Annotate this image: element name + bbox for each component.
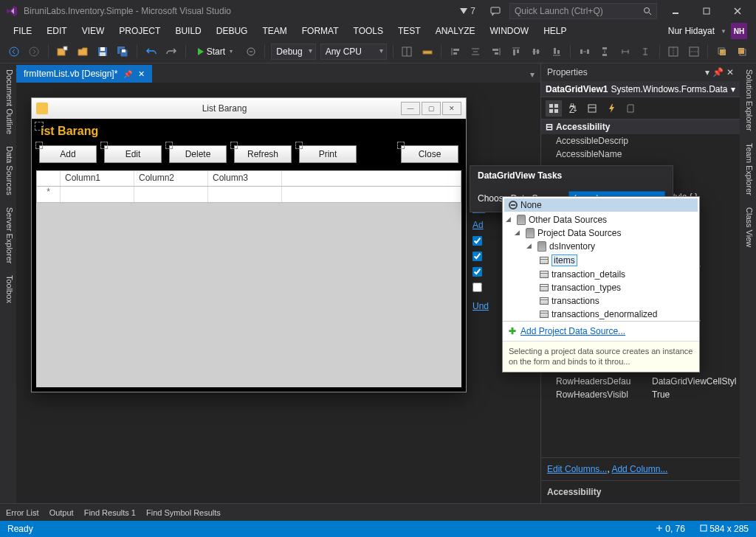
rail-server-explorer[interactable]: Server Explorer bbox=[0, 201, 16, 269]
center-h-icon[interactable] bbox=[666, 44, 681, 60]
rail-data-sources[interactable]: Data Sources bbox=[0, 140, 16, 201]
tab-output[interactable]: Output bbox=[49, 508, 74, 517]
behind-check-1[interactable] bbox=[472, 236, 482, 246]
center-v-icon[interactable] bbox=[686, 44, 701, 60]
start-debug-button[interactable]: Start ▾ bbox=[192, 45, 238, 58]
grid-cell[interactable] bbox=[208, 187, 282, 202]
panel-close-icon[interactable]: ✕ bbox=[726, 67, 734, 77]
feedback-icon[interactable] bbox=[487, 3, 504, 19]
expander-icon[interactable] bbox=[528, 243, 535, 250]
behind-check-2[interactable] bbox=[472, 252, 482, 261]
maximize-button[interactable] bbox=[694, 3, 719, 19]
form-window[interactable]: List Barang — ▢ ✕ ist Barang Add Edit De… bbox=[31, 97, 467, 392]
tab-pin-icon[interactable]: 📌 bbox=[123, 70, 132, 78]
grid-col-1[interactable]: Column1 bbox=[61, 171, 134, 186]
grid-new-row[interactable]: * bbox=[36, 187, 461, 203]
align-bottom-icon[interactable] bbox=[549, 44, 564, 60]
size-h-icon[interactable] bbox=[617, 44, 633, 60]
layout-icon-2[interactable] bbox=[419, 44, 435, 60]
menu-tools[interactable]: TOOLS bbox=[346, 24, 391, 38]
config-combo[interactable]: Debug bbox=[271, 44, 315, 60]
panel-pin-icon[interactable]: 📌 bbox=[712, 67, 724, 77]
property-pages-button[interactable] bbox=[622, 100, 639, 117]
undo-button[interactable] bbox=[143, 44, 159, 60]
behind-check-3[interactable] bbox=[472, 267, 482, 277]
menu-debug[interactable]: DEBUG bbox=[209, 24, 255, 38]
tree-table-transaction-types[interactable]: transaction_types bbox=[503, 281, 699, 294]
expander-icon[interactable] bbox=[516, 230, 523, 237]
tree-none[interactable]: None bbox=[504, 198, 698, 212]
save-button[interactable] bbox=[94, 44, 110, 60]
nav-forward-button[interactable] bbox=[26, 44, 41, 60]
form-close-action-button[interactable]: Close bbox=[401, 145, 458, 163]
quick-launch-input[interactable]: Quick Launch (Ctrl+Q) bbox=[509, 3, 657, 19]
add-button[interactable]: Add bbox=[39, 145, 97, 163]
menu-edit[interactable]: EDIT bbox=[39, 24, 74, 38]
bring-front-icon[interactable] bbox=[714, 44, 729, 60]
form-minimize-button[interactable]: — bbox=[401, 102, 420, 115]
form-maximize-button[interactable]: ▢ bbox=[422, 102, 441, 115]
hspace-icon[interactable] bbox=[577, 44, 592, 60]
add-column-link[interactable]: Add Column... bbox=[611, 464, 667, 474]
object-selector[interactable]: DataGridView1 System.Windows.Forms.Data … bbox=[541, 81, 740, 97]
behind-undo[interactable]: Und bbox=[472, 301, 489, 311]
tree-dataset[interactable]: dsInventory bbox=[503, 240, 699, 253]
grid-body[interactable] bbox=[36, 203, 461, 387]
menu-file[interactable]: FILE bbox=[6, 24, 39, 38]
menu-window[interactable]: WINDOW bbox=[482, 24, 536, 38]
tree-table-transactions[interactable]: transactions bbox=[503, 294, 699, 308]
close-button[interactable] bbox=[725, 3, 750, 19]
grid-cell[interactable] bbox=[134, 187, 208, 202]
events-button[interactable] bbox=[603, 100, 619, 117]
tree-other-sources[interactable]: Other Data Sources bbox=[503, 213, 699, 226]
menu-analyze[interactable]: ANALYZE bbox=[428, 24, 483, 38]
tab-find-symbol-results[interactable]: Find Symbol Results bbox=[146, 508, 221, 517]
properties-button[interactable] bbox=[584, 100, 600, 117]
tabs-overflow-button[interactable]: ▾ bbox=[524, 66, 540, 83]
expander-icon[interactable] bbox=[507, 217, 514, 224]
menu-project[interactable]: PROJECT bbox=[111, 24, 168, 38]
menu-help[interactable]: HELP bbox=[536, 24, 574, 38]
align-left-icon[interactable] bbox=[447, 44, 463, 60]
tab-error-list[interactable]: Error List bbox=[6, 508, 39, 517]
form-designer[interactable]: List Barang — ▢ ✕ ist Barang Add Edit De… bbox=[16, 83, 540, 503]
refresh-button[interactable]: Refresh bbox=[234, 145, 292, 163]
datagridview[interactable]: Column1 Column2 Column3 * bbox=[36, 170, 461, 387]
platform-combo[interactable]: Any CPU bbox=[320, 44, 387, 60]
align-center-h-icon[interactable] bbox=[468, 44, 484, 60]
minimize-button[interactable] bbox=[663, 3, 688, 19]
redo-button[interactable] bbox=[163, 44, 179, 60]
menu-test[interactable]: TEST bbox=[391, 24, 428, 38]
grid-col-2[interactable]: Column2 bbox=[134, 171, 208, 186]
tree-table-items[interactable]: items bbox=[503, 253, 699, 268]
vspace-icon[interactable] bbox=[597, 44, 613, 60]
rail-team-explorer[interactable]: Team Explorer bbox=[740, 137, 756, 201]
tree-project-sources[interactable]: Project Data Sources bbox=[503, 226, 699, 240]
open-button[interactable] bbox=[75, 44, 90, 60]
behind-add[interactable]: Ad bbox=[472, 220, 489, 230]
category-accessibility[interactable]: ⊟Accessibility bbox=[541, 119, 740, 134]
step-button[interactable] bbox=[243, 44, 258, 60]
form-close-button[interactable]: ✕ bbox=[442, 102, 461, 115]
rail-document-outline[interactable]: Document Outline bbox=[0, 63, 16, 140]
send-back-icon[interactable] bbox=[735, 44, 750, 60]
panel-dropdown-icon[interactable]: ▾ bbox=[705, 67, 709, 77]
align-middle-icon[interactable] bbox=[529, 44, 544, 60]
rail-toolbox[interactable]: Toolbox bbox=[0, 269, 16, 309]
save-all-button[interactable] bbox=[115, 44, 131, 60]
layout-icon-1[interactable] bbox=[399, 44, 415, 60]
align-top-icon[interactable] bbox=[508, 44, 523, 60]
print-button[interactable]: Print bbox=[299, 145, 357, 163]
form-heading-label[interactable]: ist Barang bbox=[36, 123, 461, 139]
rail-solution-explorer[interactable]: Solution Explorer bbox=[740, 63, 756, 137]
document-tab[interactable]: frmItemList.vb [Design]* 📌 ✕ bbox=[16, 65, 152, 83]
menu-team[interactable]: TEAM bbox=[255, 24, 294, 38]
menu-view[interactable]: VIEW bbox=[75, 24, 112, 38]
grid-cell[interactable] bbox=[61, 187, 134, 202]
size-v-icon[interactable] bbox=[637, 44, 653, 60]
menu-build[interactable]: BUILD bbox=[168, 24, 208, 38]
tree-table-transactions-denorm[interactable]: transactions_denormalized bbox=[503, 308, 699, 321]
add-project-datasource-link[interactable]: Add Project Data Source... bbox=[520, 326, 625, 336]
user-area[interactable]: Nur Hidayat ▼ NH bbox=[668, 23, 750, 39]
align-right-icon[interactable] bbox=[488, 44, 504, 60]
